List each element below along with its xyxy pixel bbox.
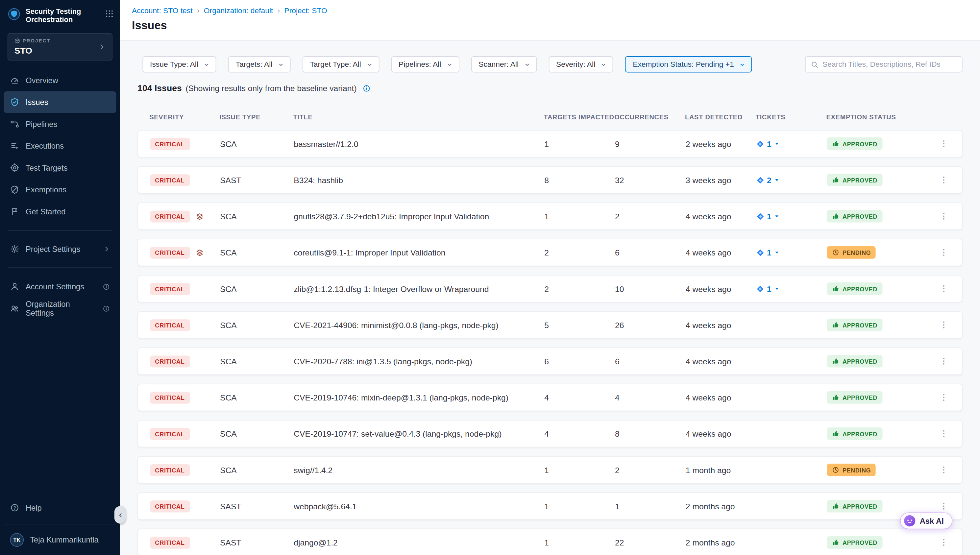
- search-input[interactable]: [823, 60, 957, 69]
- issue-type-cell: SCA: [220, 139, 294, 149]
- table-row[interactable]: CRITICALSCACVE-2020-7788: ini@1.3.5 (lan…: [138, 348, 962, 375]
- ticket-link[interactable]: 1: [756, 139, 780, 149]
- occurrences-cell: 10: [615, 284, 686, 294]
- help-button[interactable]: ? Help: [3, 497, 116, 519]
- chevron-down-icon: [600, 61, 607, 68]
- info-icon[interactable]: [103, 283, 110, 290]
- sidebar-item-test-targets[interactable]: Test Targets: [3, 157, 116, 179]
- project-label: PROJECT: [22, 38, 50, 44]
- sidebar-item-organization-settings[interactable]: Organization Settings: [3, 298, 116, 319]
- test-targets-icon: [10, 163, 19, 173]
- module-switcher-icon[interactable]: [105, 10, 114, 18]
- search-box[interactable]: [805, 56, 962, 72]
- sidebar-item-label: Organization Settings: [26, 300, 96, 317]
- row-menu-button[interactable]: [938, 464, 950, 475]
- row-menu-button[interactable]: [938, 500, 950, 512]
- filter-issue-type[interactable]: Issue Type: All: [143, 56, 217, 72]
- row-menu-button[interactable]: [938, 392, 950, 403]
- harness-sto-logo-icon[interactable]: [8, 8, 21, 21]
- filter-severity[interactable]: Severity: All: [549, 56, 613, 72]
- info-icon[interactable]: [362, 84, 371, 92]
- ticket-link[interactable]: 2: [756, 175, 780, 185]
- issue-title[interactable]: gnutls28@3.7.9-2+deb12u5: Improper Input…: [294, 212, 544, 221]
- filter-target-type[interactable]: Target Type: All: [303, 56, 379, 72]
- ask-ai-button[interactable]: Ask AI: [900, 512, 953, 529]
- project-selector[interactable]: PROJECT STO: [8, 33, 112, 61]
- user-profile[interactable]: TK Teja Kummarikuntla: [3, 524, 116, 550]
- row-menu-button[interactable]: [938, 355, 950, 367]
- issue-title[interactable]: zlib@1:1.2.13.dfsg-1: Integer Overflow o…: [294, 284, 544, 294]
- severity-badge: CRITICAL: [150, 210, 190, 222]
- filter-label: Exemption Status: Pending +1: [633, 60, 734, 69]
- sidebar-item-issues[interactable]: Issues: [3, 91, 116, 113]
- ticket-count: 2: [767, 175, 771, 185]
- occurrences-cell: 32: [615, 175, 686, 185]
- occurrences-cell: 9: [615, 139, 686, 149]
- sidebar-item-account-settings[interactable]: Account Settings: [3, 276, 116, 298]
- sidebar-item-overview[interactable]: Overview: [3, 69, 116, 91]
- targets-impacted-cell: 5: [544, 320, 615, 330]
- col-issue-type: ISSUE TYPE: [219, 113, 293, 121]
- row-menu-button[interactable]: [938, 138, 950, 149]
- row-menu-button[interactable]: [938, 210, 950, 221]
- row-menu-button[interactable]: [938, 319, 950, 330]
- issue-title[interactable]: CVE-2021-44906: minimist@0.0.8 (lang-pkg…: [294, 320, 544, 330]
- issue-title[interactable]: B324: hashlib: [294, 175, 544, 185]
- breadcrumb-account-link[interactable]: Account: STO test: [132, 6, 193, 15]
- table-row[interactable]: CRITICALSCACVE-2019-10746: mixin-deep@1.…: [138, 384, 962, 411]
- targets-impacted-cell: 4: [544, 429, 615, 439]
- issue-title[interactable]: django@1.2: [294, 537, 544, 547]
- sidebar-item-pipelines[interactable]: Pipelines: [3, 113, 116, 135]
- issue-title[interactable]: CVE-2019-10747: set-value@0.4.3 (lang-pk…: [294, 429, 544, 439]
- row-menu-button[interactable]: [938, 428, 950, 439]
- table-row[interactable]: CRITICALSCACVE-2019-10747: set-value@0.4…: [138, 420, 962, 448]
- sidebar-collapse-handle[interactable]: [114, 506, 126, 523]
- ticket-link[interactable]: 1: [756, 284, 780, 294]
- sidebar-item-exemptions[interactable]: Exemptions: [3, 179, 116, 201]
- caret-down-icon: [774, 249, 780, 255]
- sidebar-item-project-settings[interactable]: Project Settings: [3, 238, 116, 260]
- table-row[interactable]: CRITICALSCAgnutls28@3.7.9-2+deb12u5: Imp…: [138, 202, 962, 230]
- caret-down-icon: [774, 141, 780, 147]
- sidebar-item-label: Project Settings: [26, 245, 80, 253]
- exemption-status-badge: APPROVED: [827, 319, 882, 331]
- table-row[interactable]: CRITICALSASTwebpack@5.64.1112 months ago…: [138, 492, 962, 520]
- row-menu-button[interactable]: [938, 174, 950, 185]
- ticket-link[interactable]: 1: [756, 248, 780, 257]
- jira-ticket-icon: [756, 248, 765, 257]
- ticket-link[interactable]: 1: [756, 212, 780, 221]
- table-row[interactable]: CRITICALSASTdjango@1.21222 months agoAPP…: [138, 529, 962, 555]
- chevron-right-icon: [98, 43, 106, 51]
- row-menu-button[interactable]: [938, 537, 950, 548]
- filter-exemption-status[interactable]: Exemption Status: Pending +1: [625, 56, 752, 72]
- table-row[interactable]: CRITICALSCAswig//1.4.2121 month agoPENDI…: [138, 456, 962, 484]
- table-row[interactable]: CRITICALSCAbassmaster//1.2.0192 weeks ag…: [138, 130, 962, 157]
- approved-icon: [832, 430, 840, 438]
- issues-summary: 104 Issues (Showing results only from th…: [138, 83, 962, 93]
- occurrences-cell: 6: [615, 248, 686, 257]
- info-icon[interactable]: [103, 305, 110, 312]
- sidebar-nav: Overview Issues Pipelines Executions Tes…: [0, 69, 120, 223]
- breadcrumb-project-link[interactable]: Project: STO: [284, 6, 327, 15]
- issue-title[interactable]: webpack@5.64.1: [294, 501, 544, 511]
- issue-type-cell: SAST: [220, 501, 294, 511]
- filter-scanner[interactable]: Scanner: All: [471, 56, 537, 72]
- table-row[interactable]: CRITICALSCACVE-2021-44906: minimist@0.0.…: [138, 311, 962, 338]
- row-menu-button[interactable]: [938, 283, 950, 294]
- issue-title[interactable]: coreutils@9.1-1: Improper Input Validati…: [294, 248, 544, 257]
- filter-targets[interactable]: Targets: All: [228, 56, 290, 72]
- table-row[interactable]: CRITICALSCAcoreutils@9.1-1: Improper Inp…: [138, 239, 962, 266]
- issue-title[interactable]: CVE-2020-7788: ini@1.3.5 (lang-pkgs, nod…: [294, 356, 544, 366]
- row-menu-button[interactable]: [938, 247, 950, 258]
- table-row[interactable]: CRITICALSCAzlib@1:1.2.13.dfsg-1: Integer…: [138, 275, 962, 303]
- table-row[interactable]: CRITICALSASTB324: hashlib8323 weeks ago2…: [138, 166, 962, 194]
- help-icon: ?: [10, 503, 19, 513]
- breadcrumb-organization-link[interactable]: Organization: default: [204, 6, 273, 15]
- issue-title[interactable]: swig//1.4.2: [294, 465, 544, 475]
- sidebar-item-get-started[interactable]: Get Started: [3, 201, 116, 223]
- issue-title[interactable]: CVE-2019-10746: mixin-deep@1.3.1 (lang-p…: [294, 393, 544, 402]
- filter-pipelines[interactable]: Pipelines: All: [391, 56, 459, 72]
- sidebar-item-executions[interactable]: Executions: [3, 135, 116, 157]
- issue-title[interactable]: bassmaster//1.2.0: [294, 139, 544, 149]
- filter-label: Severity: All: [556, 60, 595, 69]
